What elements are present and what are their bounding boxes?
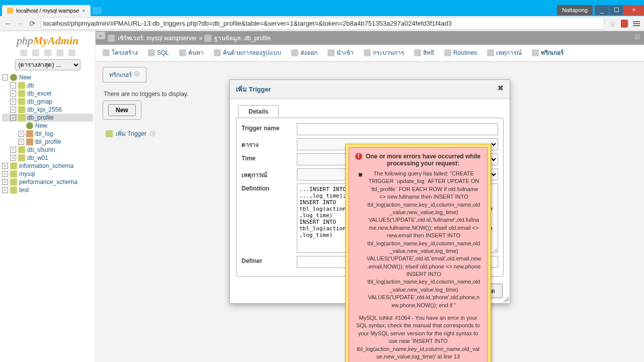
forward-icon[interactable]: → bbox=[17, 19, 24, 28]
details-tab[interactable]: Details bbox=[238, 105, 279, 118]
tab-import[interactable]: นำเข้า bbox=[323, 45, 359, 61]
tree-db-item[interactable]: +performance_schema bbox=[2, 178, 93, 186]
error-mysql-text: MySQL แสดง: #1064 - You have an error in… bbox=[355, 314, 481, 360]
tree-db-item[interactable]: +db_kpi_2558 bbox=[2, 106, 93, 114]
tab-privileges[interactable]: สิทธิ bbox=[409, 45, 439, 61]
error-tooltip: One or more errors have occurred while p… bbox=[345, 144, 491, 362]
close-icon[interactable]: × bbox=[82, 8, 85, 14]
reload-icon[interactable]: ⟳ bbox=[29, 19, 36, 28]
tree-db[interactable]: –db bbox=[2, 81, 93, 89]
db-label: ฐานข้อมูล: bbox=[214, 33, 242, 43]
tree-db-item[interactable]: +db_w01 bbox=[2, 154, 93, 162]
reload-nav-icon[interactable] bbox=[68, 49, 75, 56]
sql-icon[interactable] bbox=[56, 49, 63, 56]
trigger-name-input[interactable] bbox=[297, 123, 498, 135]
pma-logo: phpMyAdmin bbox=[2, 34, 93, 47]
back-icon[interactable]: ← bbox=[4, 19, 12, 28]
main-content: ← เซิร์ฟเวอร์: mysql wampserver » ฐานข้อ… bbox=[96, 31, 644, 362]
server-icon bbox=[108, 35, 115, 42]
new-box: New bbox=[103, 101, 141, 120]
window-minimize-button[interactable]: _ bbox=[595, 5, 609, 15]
error-query-text: The following query has failed: "CREATE … bbox=[366, 170, 481, 309]
quick-icons bbox=[2, 49, 93, 56]
tree-db-profile[interactable]: –db_profile bbox=[2, 114, 93, 122]
server-label: เซิร์ฟเวอร์: bbox=[118, 33, 144, 43]
database-icon bbox=[204, 35, 211, 42]
tab-query[interactable]: ค้นด้วยการลองรูปแบบ bbox=[209, 45, 286, 61]
menu-icon[interactable] bbox=[633, 21, 640, 26]
url-bar: ← → ⟳ localhost/phpmyadmin/#PMAURL-13:db… bbox=[0, 16, 644, 31]
bookmark-icon[interactable]: ☆ bbox=[609, 20, 616, 28]
help-icon[interactable] bbox=[134, 71, 140, 77]
tab-operations[interactable]: กระบวนการ bbox=[359, 45, 409, 61]
collapse-breadcrumb-button[interactable] bbox=[634, 33, 641, 40]
logout-icon[interactable] bbox=[32, 49, 39, 56]
sidebar-collapse-button[interactable]: ← bbox=[96, 31, 106, 40]
new-tab-button[interactable] bbox=[93, 7, 102, 14]
pma-sidebar: phpMyAdmin (ตารางล่าสุด) ... –New –db +d… bbox=[0, 31, 96, 362]
label-definer: Definer bbox=[242, 256, 297, 264]
breadcrumb: เซิร์ฟเวอร์: mysql wampserver » ฐานข้อมู… bbox=[96, 31, 644, 45]
help-icon[interactable] bbox=[149, 131, 155, 137]
server-link[interactable]: mysql wampserver bbox=[146, 35, 197, 42]
db-link[interactable]: db_profile bbox=[244, 35, 271, 42]
home-icon[interactable] bbox=[20, 49, 27, 56]
error-icon bbox=[355, 153, 362, 160]
label-trigger-name: Trigger name bbox=[242, 123, 297, 132]
new-button[interactable]: New bbox=[108, 104, 136, 116]
tab-events[interactable]: เหตุการณ์ bbox=[482, 45, 527, 61]
tab-routines[interactable]: Routines bbox=[439, 45, 482, 61]
db-tree: –New –db +db_excel +db_gmap +db_kpi_2558… bbox=[2, 73, 93, 194]
tree-table-item[interactable]: +tbl_profile bbox=[2, 138, 93, 146]
tab-search[interactable]: ค้นหา bbox=[174, 45, 209, 61]
label-time: Time bbox=[242, 153, 297, 162]
tree-db-item[interactable]: +db_gmap bbox=[2, 98, 93, 106]
tab-title: localhost / mysql wampse bbox=[16, 8, 79, 14]
tab-structure[interactable]: โครงสร้าง bbox=[98, 45, 143, 61]
url-input[interactable]: localhost/phpmyadmin/#PMAURL-13:db_trigg… bbox=[41, 17, 604, 30]
label-definition: Definition bbox=[242, 184, 297, 192]
modal-title: เพิ่ม Trigger bbox=[236, 84, 271, 95]
tab-export[interactable]: ส่งออก bbox=[286, 45, 323, 61]
tree-table-item[interactable]: +tbl_log bbox=[2, 130, 93, 138]
user-badge[interactable]: Nattapong bbox=[557, 5, 593, 15]
resize-handle[interactable] bbox=[503, 296, 509, 302]
label-table: ตาราง bbox=[242, 138, 297, 149]
favicon-icon bbox=[7, 8, 13, 14]
window-close-button[interactable]: × bbox=[624, 5, 644, 15]
tree-new[interactable]: –New bbox=[2, 73, 93, 81]
window-maximize-button[interactable]: ☐ bbox=[609, 5, 623, 15]
tab-triggers[interactable]: ทริกเกอร์ bbox=[527, 45, 569, 61]
top-tabs: โครงสร้าง SQL ค้นหา ค้นด้วยการลองรูปแบบ … bbox=[96, 45, 644, 62]
tree-table-new[interactable]: New bbox=[2, 122, 93, 130]
error-title-text: One or more errors have occurred while p… bbox=[365, 153, 481, 167]
tree-db-item[interactable]: +db_sfsurin bbox=[2, 146, 93, 154]
tree-db-item[interactable]: +test bbox=[2, 186, 93, 194]
tab-sql[interactable]: SQL bbox=[143, 45, 174, 61]
browser-tab[interactable]: localhost / mysql wampse × bbox=[2, 5, 91, 16]
browser-titlebar: localhost / mysql wampse × Nattapong _ ☐… bbox=[0, 0, 644, 16]
modal-close-button[interactable]: ✖ bbox=[498, 84, 504, 95]
modal-header: เพิ่ม Trigger ✖ bbox=[230, 80, 510, 99]
subtab-triggers[interactable]: ทริกเกอร์ bbox=[103, 67, 146, 82]
tree-db-item[interactable]: +information_schema bbox=[2, 162, 93, 170]
add-trigger-icon bbox=[106, 130, 113, 137]
tree-db-item[interactable]: +mysql bbox=[2, 170, 93, 178]
tree-db-item[interactable]: +db_excel bbox=[2, 89, 93, 98]
shield-icon[interactable] bbox=[621, 20, 628, 28]
label-event: เหตุการณ์ bbox=[242, 168, 297, 179]
docs-icon[interactable] bbox=[44, 49, 51, 56]
recent-tables-select[interactable]: (ตารางล่าสุด) ... bbox=[15, 59, 80, 70]
